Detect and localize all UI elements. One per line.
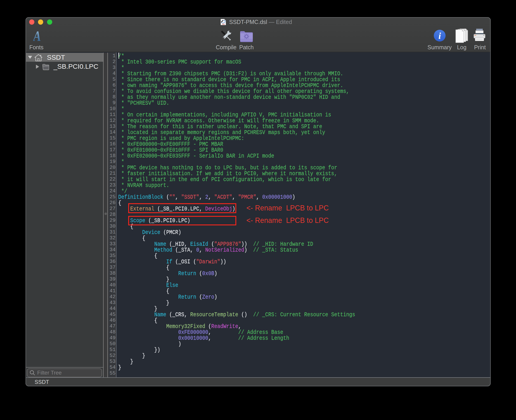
svg-text:i: i: [438, 31, 441, 41]
svg-text:DSL: DSL: [222, 23, 225, 25]
